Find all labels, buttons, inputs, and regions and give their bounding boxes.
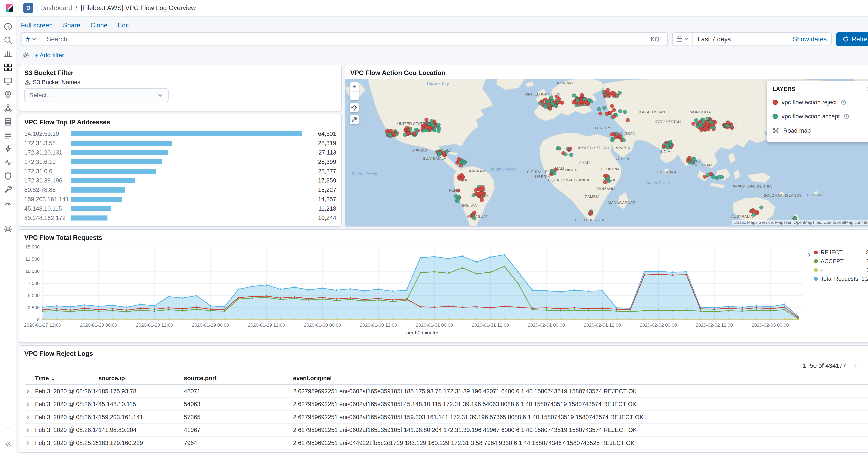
table-row: Feb 3, 2020 @ 08:26:14.000141.98.80.2044… (25, 424, 868, 437)
legend-item-reject[interactable]: REJECT863 (814, 248, 868, 257)
column-header-Time[interactable]: Time (35, 372, 98, 385)
ts-body: 02,5005,0007,50010,00012,50015,0002020-0… (19, 244, 868, 342)
ip-bar-row[interactable]: 94.102.53.1064,501 (24, 130, 336, 138)
ip-bar-row[interactable]: 80.82.78.8515,227 (24, 186, 336, 194)
breadcrumb-current: [Filebeat AWS] VPC Flow Log Overview (81, 4, 196, 12)
menu-share[interactable]: Share (63, 22, 81, 29)
refresh-button[interactable]: Refresh (836, 32, 868, 46)
menu-full-screen[interactable]: Full screen (21, 22, 53, 29)
show-dates-button[interactable]: Show dates (793, 35, 831, 43)
ip-bar-row[interactable]: 89.248.162.17210,244 (24, 214, 336, 222)
layers-list: vpc flow action rejectvpc flow action ac… (773, 95, 868, 138)
svg-text:2020-02-03 00:00: 2020-02-03 00:00 (752, 323, 789, 328)
panel-total-requests: VPC Flow Total Requests 02,5005,0007,500… (19, 229, 868, 342)
nav-dev-tools-icon[interactable] (2, 184, 13, 195)
ip-value: 23,877 (305, 168, 336, 175)
svg-text:15,000: 15,000 (25, 244, 40, 249)
expand-row-button[interactable] (25, 427, 31, 433)
panel-s3-bucket-filter: S3 Bucket Filter S3 Bucket Names Select.… (19, 65, 342, 111)
layer-time-icon (844, 114, 849, 119)
geo-map[interactable]: + − (345, 79, 868, 226)
ts-legend: REJECT863ACCEPT253-110Total Requests1,22… (807, 244, 868, 341)
legend-collapse-button[interactable] (807, 248, 812, 341)
prev-page-button[interactable] (850, 361, 860, 370)
logs-table-body: Feb 3, 2020 @ 08:26:14.000185.175.93.784… (25, 385, 868, 452)
layer-item-road-map[interactable]: Road map (773, 124, 868, 138)
nav-discover-icon[interactable] (2, 35, 13, 46)
legend-item-total-requests[interactable]: Total Requests1,226 (814, 274, 868, 283)
next-page-button[interactable] (864, 361, 868, 371)
nav-maps-icon[interactable] (2, 89, 13, 100)
nav-canvas-icon[interactable] (2, 75, 13, 87)
time-range-label[interactable]: Last 7 days (693, 35, 735, 43)
nav-visualize-icon[interactable] (2, 48, 13, 59)
ip-bar-row[interactable]: 172.31.3.5828,319 (24, 139, 336, 147)
chevron-right-icon (25, 414, 31, 420)
ip-bar-row[interactable]: 159.203.161.14114,257 (24, 195, 336, 203)
search-input[interactable] (42, 35, 646, 43)
map-tools-button[interactable] (350, 115, 359, 124)
nav-dashboard-icon[interactable] (2, 62, 13, 73)
cell-event-original: 2 627959692251 eni-0602af165e359105f 45.… (293, 398, 868, 411)
menu-edit[interactable]: Edit (118, 22, 129, 29)
expand-row-button[interactable] (25, 388, 31, 394)
ip-bar-row[interactable]: 172.31.39.19617,859 (24, 177, 336, 185)
column-header-event-original[interactable]: event.original (293, 372, 868, 385)
breadcrumb-dashboard[interactable]: Dashboard (40, 4, 72, 12)
ip-bar-row[interactable]: 172.31.20.13127,113 (24, 148, 336, 156)
chevron-down-icon (157, 92, 163, 98)
saved-query-button[interactable]: # (22, 33, 42, 45)
ip-value: 27,113 (305, 149, 336, 156)
expand-row-button[interactable] (25, 440, 31, 446)
logs-table-wrap: Time source.ipsource.portevent.original … (19, 372, 868, 452)
map-controls: + − (350, 82, 359, 124)
nav-uptime-icon[interactable] (2, 157, 13, 168)
ts-legend-items: REJECT863ACCEPT253-110Total Requests1,22… (814, 248, 868, 341)
table-row: Feb 3, 2020 @ 08:25:25.000194.26.29.1304… (25, 450, 868, 452)
ip-bar (71, 150, 168, 155)
fit-data-button[interactable] (350, 103, 359, 112)
layer-item-vpc-flow-action-accept[interactable]: vpc flow action accept (773, 110, 868, 124)
ip-label: 172.31.20.131 (24, 149, 68, 156)
add-filter-button[interactable]: + Add filter (35, 52, 64, 59)
ip-bar-row[interactable]: 172.31.0.623,877 (24, 167, 336, 175)
nav-machine-learning-icon[interactable] (2, 102, 13, 114)
dashboard-menu: Full screenShareCloneEdit (17, 17, 868, 32)
collapse-nav-icon[interactable] (2, 438, 13, 449)
svg-text:2020-01-29 00:00: 2020-01-29 00:00 (192, 323, 229, 328)
zoom-in-button[interactable]: + (350, 82, 359, 91)
expand-row-button[interactable] (25, 401, 31, 407)
layer-item-vpc-flow-action-reject[interactable]: vpc flow action reject (773, 95, 868, 110)
legend-label: REJECT (820, 249, 843, 256)
filter-options-gear-icon[interactable] (21, 51, 31, 60)
ip-value: 14,257 (305, 196, 336, 203)
nav-apm-icon[interactable] (2, 143, 13, 154)
kibana-logo[interactable] (4, 2, 15, 13)
legend-item-accept[interactable]: ACCEPT253 (814, 257, 868, 266)
column-header-source-port[interactable]: source.port (184, 372, 293, 385)
nav-recently-viewed-icon[interactable] (2, 21, 13, 32)
menu-icon[interactable] (2, 423, 13, 435)
total-requests-chart[interactable]: 02,5005,0007,50010,00012,50015,0002020-0… (23, 244, 807, 341)
ip-bar-row[interactable]: 172.31.6.1925,399 (24, 158, 336, 166)
cell-time: Feb 3, 2020 @ 08:26:14.000 (35, 411, 98, 424)
expand-row-button[interactable] (25, 414, 31, 420)
menu-clone[interactable]: Clone (90, 22, 107, 29)
nav-metrics-icon[interactable] (2, 116, 13, 127)
table-row: Feb 3, 2020 @ 08:26:14.00045.148.10.1155… (25, 398, 868, 411)
nav-siem-icon[interactable] (2, 170, 13, 182)
legend-item--[interactable]: -110 (814, 266, 868, 274)
collapse-layers-icon[interactable] (864, 85, 868, 94)
nav-management-icon[interactable] (2, 223, 13, 235)
ip-bar-row[interactable]: 45.148.10.11511,218 (24, 205, 336, 213)
svg-text:2020-01-28 00:00: 2020-01-28 00:00 (80, 323, 117, 328)
column-header-source-ip[interactable]: source.ip (98, 372, 184, 385)
calendar-icon-button[interactable] (673, 33, 693, 45)
space-avatar[interactable]: D (23, 3, 33, 13)
s3-bucket-select[interactable]: Select... (24, 88, 168, 102)
ip-label: 89.248.162.172 (24, 215, 68, 221)
nav-stack-monitoring-icon[interactable] (2, 198, 13, 209)
nav-logs-icon[interactable] (2, 129, 13, 141)
kql-label[interactable]: KQL (646, 36, 667, 42)
zoom-out-button[interactable]: − (350, 91, 359, 100)
